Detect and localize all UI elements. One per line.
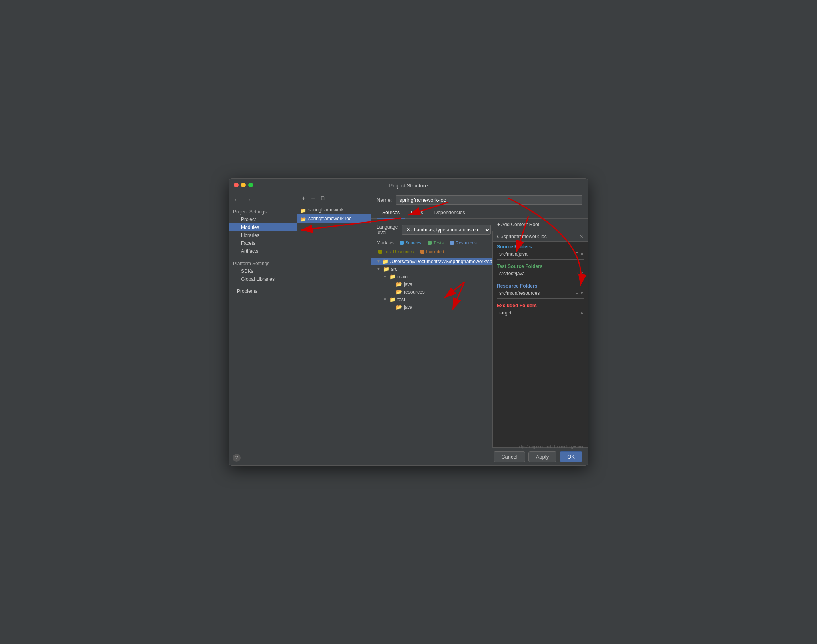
tree-java-folder-icon: 📂 [396,281,402,287]
mark-as-row: Mark as: Sources Tests Res [371,239,492,258]
tree-test-folder-icon: 📁 [389,296,396,302]
sidebar-item-sdks[interactable]: SDKs [229,267,297,275]
sidebar-item-libraries[interactable]: Libraries [229,231,297,239]
test-source-folders-header: Test Source Folders [493,261,588,270]
mark-as-label: Mark as: [377,240,395,246]
resource-folder-x-icon[interactable]: ✕ [580,291,584,296]
tree-root-folder-icon: 📁 [382,258,389,264]
tree-container: ▼ 📁 /Users/tony/Documents/WS/springframe… [371,258,492,315]
source-folders-header: Source Folders [493,242,588,250]
language-row: Language level: 8 - Lambdas, type annota… [371,223,492,239]
tree-arrow-main: ▼ [383,274,388,279]
mark-resources[interactable]: Resources [448,240,478,246]
module-panel-title: /.../springframework-ioc [497,234,547,239]
tab-paths[interactable]: Paths [405,207,429,219]
tree-main[interactable]: ▼ 📁 main [371,273,492,280]
window-controls[interactable] [234,183,253,187]
tree-src[interactable]: ▼ 📁 src [371,265,492,273]
tab-sources[interactable]: Sources [377,207,405,219]
tree-main-name: main [397,274,408,280]
resource-folder-p-icon[interactable]: P [576,291,578,296]
tree-test-name: test [397,297,405,302]
ok-button[interactable]: OK [560,451,582,462]
module-item-springframework[interactable]: springframework [297,205,371,214]
test-source-folders-item: src/test/java P ✕ [493,270,588,277]
sep1 [497,259,584,260]
maximize-button[interactable] [248,183,253,187]
module-panel-header: /.../springframework-ioc ✕ [493,231,588,242]
content-area: Language level: 8 - Lambdas, type annota… [371,219,588,448]
module-panel-close[interactable]: ✕ [579,233,584,239]
resource-folders-header: Resource Folders [493,281,588,290]
sidebar-item-modules[interactable]: Modules [229,223,297,231]
name-label: Name: [377,197,392,203]
excluded-folder-actions: ✕ [580,310,584,316]
title-bar: Project Structure [229,179,588,191]
excluded-dot [420,250,424,254]
tree-test-java-name: java [404,304,412,310]
excluded-folders-header: Excluded Folders [493,300,588,309]
forward-arrow[interactable]: → [243,195,253,204]
tree-test-java-folder-icon: 📂 [396,304,402,310]
platform-settings-header: Platform Settings [229,259,297,267]
help-button[interactable]: ? [233,454,241,462]
excluded-folders-item: target ✕ [493,309,588,316]
window-title: Project Structure [389,183,428,189]
test-resources-dot [378,250,382,254]
resource-folder-path: src/main/resources [499,290,540,296]
test-source-folder-actions: P ✕ [576,271,584,276]
mark-sources[interactable]: Sources [398,240,423,246]
copy-module-button[interactable]: ⧉ [319,194,327,203]
source-folder-x-icon[interactable]: ✕ [580,252,584,257]
name-row: Name: [371,191,588,207]
tree-test-java[interactable]: 📂 java [371,303,492,311]
remove-module-button[interactable]: − [309,194,316,203]
module-name: springframework [308,207,344,213]
resources-dot [450,241,454,245]
add-module-button[interactable]: + [300,194,307,203]
tree-resources[interactable]: 📂 resources [371,288,492,296]
module-item-springframework-ioc[interactable]: springframework-ioc [297,214,371,223]
sidebar-item-problems[interactable]: Problems [229,287,297,295]
source-folders-item: src/main/java P ✕ [493,250,588,258]
test-source-folder-path: src/test/java [499,271,525,276]
tree-java[interactable]: 📂 java [371,280,492,288]
tree-root[interactable]: ▼ 📁 /Users/tony/Documents/WS/springframe… [371,258,492,265]
excluded-folder-x-icon[interactable]: ✕ [580,310,584,316]
mark-test-resources[interactable]: Test Resources [377,249,416,254]
language-select[interactable]: 8 - Lambdas, type annotations etc. [402,225,491,235]
resource-folder-actions: P ✕ [576,291,584,296]
mark-excluded[interactable]: Excluded [419,249,446,254]
module-panel: /.../springframework-ioc ✕ Source Folder… [492,231,588,448]
test-folder-x-icon[interactable]: ✕ [580,271,584,276]
name-input[interactable] [396,195,582,205]
module-list: + − ⧉ springframework springframework-io… [297,191,371,465]
tree-test[interactable]: ▼ 📁 test [371,296,492,303]
source-folder-path: src/main/java [499,251,528,257]
mark-tests[interactable]: Tests [426,240,445,246]
nav-arrows[interactable]: ← → [229,194,297,207]
sidebar-item-global-libraries[interactable]: Global Libraries [229,275,297,283]
test-folder-p-icon[interactable]: P [576,271,578,276]
tab-dependencies[interactable]: Dependencies [429,207,471,219]
tests-dot [428,241,432,245]
close-button[interactable] [234,183,239,187]
tree-java-name: java [404,282,412,287]
tree-src-folder-icon: 📁 [383,266,389,272]
back-arrow[interactable]: ← [232,195,242,204]
sidebar-item-facets[interactable]: Facets [229,239,297,247]
source-folder-p-icon[interactable]: P [576,252,578,256]
watermark: http://blog.csdn.net/ITechnologyHome [518,445,584,449]
main-panel: Name: Sources Paths Dependencies Languag… [371,191,588,465]
apply-button[interactable]: Apply [528,451,557,462]
module-name-ioc: springframework-ioc [308,216,351,221]
language-label: Language level: [377,224,398,235]
bottom-bar: Cancel Apply OK [371,448,588,465]
folder-icon [300,208,306,212]
right-panel: + Add Content Root /.../springframework-… [492,219,588,448]
sidebar-item-project[interactable]: Project [229,215,297,223]
add-content-root-btn[interactable]: + Add Content Root [492,219,588,231]
cancel-button[interactable]: Cancel [494,451,525,462]
sidebar-item-artifacts[interactable]: Artifacts [229,247,297,255]
minimize-button[interactable] [241,183,246,187]
